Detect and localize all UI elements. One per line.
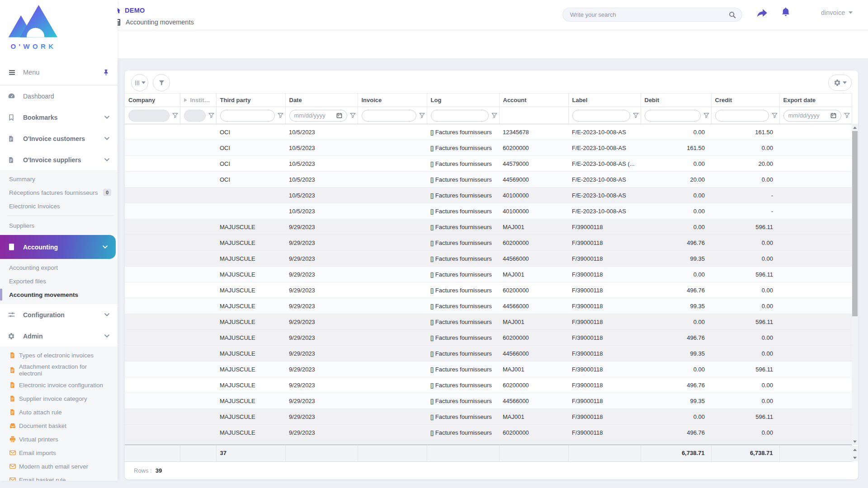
column-header-export-date[interactable]: Export date [779,94,852,107]
sidebar-item-accounting[interactable]: Accounting [0,235,116,259]
column-header-company[interactable]: Company [125,94,180,107]
sidebar-subitem-supplier-invoice-category[interactable]: Supplier invoice category [0,392,118,405]
sidebar-subitem-virtual-printers[interactable]: Virtual printers [0,432,118,446]
sidebar-subitem-accounting-export[interactable]: Accounting export [0,261,118,274]
calendar-icon[interactable] [336,113,342,118]
table-row[interactable]: MAJUSCULE9/29/2023[] Factures fournisseu… [125,298,852,314]
table-row[interactable]: MAJUSCULE9/29/2023[] Factures fournisseu… [125,267,852,282]
funnel-icon[interactable] [844,113,850,118]
notifications-bell-icon[interactable] [780,6,791,18]
calendar-icon[interactable] [830,113,836,118]
funnel-icon[interactable] [350,113,356,118]
filter-input-label-field[interactable] [577,112,625,119]
table-row[interactable]: MAJUSCULE9/29/2023[] Factures fournisseu… [125,251,852,267]
column-header-label[interactable]: Label [568,94,641,107]
sidebar-item-dashboard[interactable]: Dashboard [0,85,118,107]
pin-sidebar-icon[interactable] [103,69,109,76]
funnel-icon[interactable] [172,113,178,118]
funnel-icon[interactable] [703,113,709,118]
grid-settings-button[interactable] [828,75,852,91]
column-header-date[interactable]: Date [285,94,358,107]
column-header-account[interactable]: Account [499,94,568,107]
table-row[interactable]: MAJUSCULE9/29/2023[] Factures fournisseu… [125,314,852,330]
table-row[interactable]: MAJUSCULE9/29/2023[] Factures fournisseu… [125,409,852,425]
cell-export_date [779,235,852,251]
funnel-icon[interactable] [491,113,497,118]
breadcrumb-home[interactable]: DEMO [125,7,145,14]
filter-input-debit-field[interactable] [650,112,696,119]
filter-date-export_date[interactable]: mm/dd/yyyy [783,110,841,122]
filter-input-third_party-field[interactable] [225,112,270,119]
sidebar-subitem-electronic-invoices[interactable]: Electronic Invoices [0,199,118,213]
vertical-scrollbar[interactable] [852,124,858,445]
funnel-icon[interactable] [772,113,778,118]
table-row[interactable]: MAJUSCULE9/29/2023[] Factures fournisseu… [125,377,852,393]
scroll-up-arrow[interactable] [852,446,858,453]
column-header-invoice[interactable]: Invoice [358,94,427,107]
sidebar-item-o-invoice-suppliers[interactable]: O'Invoice suppliers [0,149,118,170]
table-row[interactable]: MAJUSCULE9/29/2023[] Factures fournisseu… [125,219,852,235]
sidebar-subitem-modern-auth-email-server[interactable]: Modern auth email server [0,460,118,473]
table-row[interactable]: OCI10/5/2023[] Factures fournisseurs4456… [125,172,852,188]
column-chooser-button[interactable] [131,74,148,91]
share-icon[interactable] [756,7,768,19]
table-row[interactable]: OCI10/5/2023[] Factures fournisseurs4457… [125,156,852,172]
sidebar-subitem-types-of-electronic-invoices[interactable]: Types of electronic invoices [0,348,118,362]
sidebar-subitem-electronic-invoice-configuration[interactable]: Electronic invoice configuration [0,378,118,392]
sidebar-subitem-document-basket[interactable]: Document basket [0,419,118,432]
scroll-down-arrow[interactable] [852,455,858,461]
funnel-icon[interactable] [633,113,639,118]
column-header-institu[interactable]: Institu... [180,94,216,107]
column-header-third-party[interactable]: Third party [216,94,285,107]
search-input[interactable] [570,11,728,18]
cell-invoice [358,298,427,314]
column-header-log[interactable]: Log [427,94,499,107]
filter-input-log-field[interactable] [436,112,484,119]
table-row[interactable]: 10/5/2023[] Factures fournisseurs4010000… [125,203,852,219]
table-row[interactable]: MAJUSCULE9/29/2023[] Factures fournisseu… [125,282,852,298]
column-expander-icon[interactable] [184,98,187,102]
column-header-debit[interactable]: Debit [641,94,711,107]
table-row[interactable]: MAJUSCULE9/29/2023[] Factures fournisseu… [125,425,852,441]
sidebar-subitem-auto-attach-rule[interactable]: Auto attach rule [0,405,118,419]
sidebar-subitem-attachment-extraction-for-electroni[interactable]: Attachment extraction for electroni [0,362,118,378]
sidebar-item-bookmarks[interactable]: Bookmarks [0,107,118,128]
table-row[interactable]: MAJUSCULE9/29/2023[] Factures fournisseu… [125,393,852,409]
funnel-icon[interactable] [419,113,425,118]
search-icon[interactable] [728,11,736,19]
sidebar-subitem-summary[interactable]: Summary [0,172,118,186]
brand-logo[interactable]: O'WORK [0,0,118,60]
filter-input-invoice-field[interactable] [367,112,411,119]
table-row[interactable]: OCI10/5/2023[] Factures fournisseurs6020… [125,140,852,156]
column-header-credit[interactable]: Credit [711,94,779,107]
sidebar-subitem-email-basket-rule[interactable]: Email basket rule [0,473,118,481]
scroll-up-arrow[interactable] [852,124,858,131]
scrollbar-thumb[interactable] [852,131,858,316]
totals-scroll-stub[interactable] [852,446,858,461]
table-row[interactable]: OCI10/5/2023[] Factures fournisseurs1234… [125,124,852,140]
sidebar-item-admin[interactable]: Admin [0,325,118,347]
mail-icon [9,476,19,481]
hamburger-menu-icon[interactable] [8,69,16,76]
funnel-icon[interactable] [208,113,214,118]
sidebar-item-configuration[interactable]: Configuration [0,304,118,325]
sidebar-item-o-invoice-customers[interactable]: O'Invoice customers [0,128,118,149]
scroll-down-arrow[interactable] [852,438,858,445]
funnel-icon[interactable] [278,113,283,118]
sidebar-subitem-accounting-movements[interactable]: Accounting movements [0,288,118,301]
sidebar-subitem-exported-files[interactable]: Exported files [0,274,118,288]
sidebar-subitem-email-imports[interactable]: Email imports [0,446,118,460]
table-row[interactable]: MAJUSCULE9/29/2023[] Factures fournisseu… [125,346,852,361]
sidebar-subitem-r-ceptions-factures-fournisseurs[interactable]: Réceptions factures fournisseurs 0 [0,186,118,199]
cell-account: 60200000 [499,425,568,441]
table-row[interactable]: MAJUSCULE9/29/2023[] Factures fournisseu… [125,361,852,377]
table-row[interactable]: MAJUSCULE9/29/2023[] Factures fournisseu… [125,330,852,346]
table-row[interactable]: 10/5/2023[] Factures fournisseurs4010000… [125,188,852,203]
cell-company [125,346,180,361]
table-row[interactable]: MAJUSCULE9/29/2023[] Factures fournisseu… [125,235,852,251]
filter-date-date[interactable]: mm/dd/yyyy [289,110,347,122]
sidebar-subitem-suppliers[interactable]: Suppliers [0,219,118,232]
filter-input-credit-field[interactable] [720,112,764,119]
user-menu[interactable]: dinvoice [821,9,853,16]
filter-button[interactable] [153,74,170,91]
